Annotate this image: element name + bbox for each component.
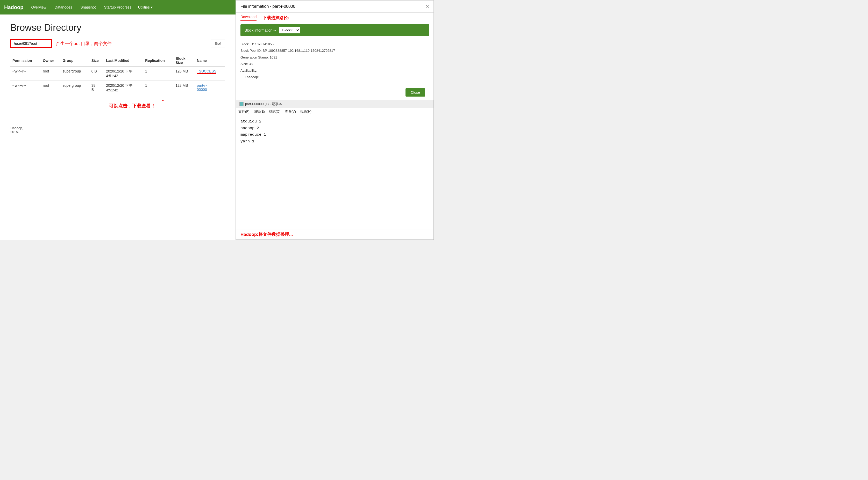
content-line-2: hadoop 2 xyxy=(241,125,429,132)
cell-group: supergroup xyxy=(61,81,89,95)
detail-gen-stamp: Generation Stamp: 1031 xyxy=(241,55,429,60)
notepad-section: part-r-00000 (1) - 记事本 文件(F) 编辑(E) 格式(O)… xyxy=(236,100,434,240)
cell-group: supergroup xyxy=(61,67,89,81)
menu-view[interactable]: 查看(V) xyxy=(285,109,296,114)
cell-permission: -rw-r--r-- xyxy=(10,81,41,95)
notepad-file-icon xyxy=(240,102,244,106)
col-permission: Permission xyxy=(10,55,41,67)
file-table: Permission Owner Group Size Last Modifie… xyxy=(10,55,225,95)
block-details: Block ID: 1073741855 Block Pool ID: BP-1… xyxy=(236,39,433,84)
cell-owner: root xyxy=(41,81,60,95)
cell-block-size: 128 MB xyxy=(173,67,194,81)
cell-size: 0 B xyxy=(89,67,104,81)
notepad-titlebar: part-r-00000 (1) - 记事本 xyxy=(236,100,433,108)
nav-snapshot[interactable]: Snapshot xyxy=(79,4,97,10)
menu-help[interactable]: 帮助(H) xyxy=(300,109,311,114)
close-button[interactable]: Close xyxy=(405,88,425,97)
content-line-3: mapreduce 1 xyxy=(241,132,429,138)
table-wrapper: Permission Owner Group Size Last Modifie… xyxy=(10,55,225,116)
link-success[interactable]: _SUCCESS xyxy=(197,69,216,73)
tab-annotation: 下载选择路径: xyxy=(263,15,289,21)
detail-availability-label: Availability: xyxy=(241,68,429,73)
link-part-r-00000[interactable]: part-r-00000 xyxy=(197,83,207,92)
content-line-1: atguigu 2 xyxy=(241,118,429,125)
detail-block-id: Block ID: 1073741855 xyxy=(241,41,429,47)
cell-size: 38B xyxy=(89,81,104,95)
col-last-modified: Last Modified xyxy=(104,55,143,67)
notepad-content: atguigu 2 hadoop 2 mapreduce 1 yarn 1 xyxy=(236,115,433,229)
directory-input[interactable] xyxy=(10,39,52,48)
nav-overview[interactable]: Overview xyxy=(30,4,48,10)
col-replication: Replication xyxy=(143,55,173,67)
col-group: Group xyxy=(61,55,89,67)
annotation-click-text: 可以点击，下载查看！ xyxy=(109,103,155,109)
left-panel: Hadoop Overview Datanodes Snapshot Start… xyxy=(0,0,236,240)
main-content: Browse Directory 产生一个out 目录，两个文件 Go! Per… xyxy=(0,14,236,240)
cell-replication: 1 xyxy=(143,67,173,81)
file-info-panel: File information - part-r-00000 ✕ Downlo… xyxy=(236,0,434,100)
col-name: Name xyxy=(195,55,225,67)
navbar-brand: Hadoop xyxy=(4,4,23,10)
detail-pool-id: Block Pool ID: BP-1092888857-192.168.1.1… xyxy=(241,48,429,54)
right-panel: File information - part-r-00000 ✕ Downlo… xyxy=(236,0,434,240)
col-owner: Owner xyxy=(41,55,60,67)
dir-input-row: 产生一个out 目录，两个文件 Go! xyxy=(10,39,225,48)
page-title: Browse Directory xyxy=(10,22,225,33)
file-info-header: File information - part-r-00000 ✕ xyxy=(236,1,433,13)
file-info-tabs: Download 下载选择路径: xyxy=(236,13,433,21)
cell-name-part: part-r-00000 xyxy=(195,81,225,95)
block-select[interactable]: Block 0 xyxy=(279,27,300,33)
cell-modified: 2020/12/20 下午4:51:42 xyxy=(104,67,143,81)
nav-datanodes[interactable]: Datanodes xyxy=(53,4,74,10)
col-block-size: BlockSize xyxy=(173,55,194,67)
nav-utilities[interactable]: Utilities ▾ xyxy=(138,5,154,9)
cell-modified: 2020/12/20 下午4:51:42 xyxy=(104,81,143,95)
menu-file[interactable]: 文件(F) xyxy=(238,109,250,114)
nav-startup-progress[interactable]: Startup Progress xyxy=(103,4,133,10)
close-x-icon[interactable]: ✕ xyxy=(426,4,429,9)
go-button[interactable]: Go! xyxy=(211,40,225,47)
block-info-label: Block information -- xyxy=(245,28,276,32)
detail-size: Size: 38 xyxy=(241,61,429,67)
cell-replication: 1 xyxy=(143,81,173,95)
notepad-title: part-r-00000 (1) - 记事本 xyxy=(245,102,282,106)
dir-annotation: 产生一个out 目录，两个文件 xyxy=(56,41,211,46)
block-info-bar: Block information -- Block 0 xyxy=(241,24,429,36)
footer-text: Hadoop,2015. xyxy=(10,126,225,134)
cell-owner: root xyxy=(41,67,60,81)
cell-permission: -rw-r--r-- xyxy=(10,67,41,81)
navbar: Hadoop Overview Datanodes Snapshot Start… xyxy=(0,0,236,14)
table-row: -rw-r--r-- root supergroup 38B 2020/12/2… xyxy=(10,81,225,95)
arrow-down-icon: ↓ xyxy=(161,93,165,103)
notepad-footer: Hadoop:将文件数据整理... xyxy=(236,229,433,239)
menu-edit[interactable]: 编辑(E) xyxy=(254,109,265,114)
menu-format[interactable]: 格式(O) xyxy=(269,109,281,114)
col-size: Size xyxy=(89,55,104,67)
cell-block-size: 128 MB xyxy=(173,81,194,95)
content-line-4: yarn 1 xyxy=(241,138,429,145)
cell-name-success: _SUCCESS xyxy=(195,67,225,81)
detail-availability-item: • hadoop1 xyxy=(245,74,429,80)
tab-download[interactable]: Download xyxy=(241,15,256,21)
close-btn-wrapper: Close xyxy=(236,84,433,89)
notepad-menubar: 文件(F) 编辑(E) 格式(O) 查看(V) 帮助(H) xyxy=(236,108,433,115)
table-row: -rw-r--r-- root supergroup 0 B 2020/12/2… xyxy=(10,67,225,81)
file-info-title: File information - part-r-00000 xyxy=(241,4,296,9)
